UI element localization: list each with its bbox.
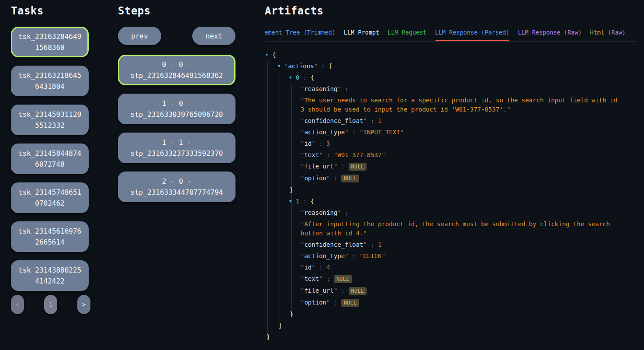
json-punctuation: { — [272, 51, 276, 58]
json-punctuation: } — [290, 186, 293, 193]
tab-llm-response-parsed[interactable]: LLM Response (Parsed) — [435, 28, 510, 41]
step-item[interactable]: 1 - 1 - stp_231633237333592370 — [118, 133, 235, 163]
tab-label-part: Html — [590, 29, 605, 36]
json-key: id — [304, 140, 312, 147]
current-page-button[interactable]: 1 — [44, 295, 57, 314]
prev-page-button[interactable]: < — [11, 295, 24, 314]
json-line: ▼0 : { — [265, 73, 637, 82]
json-line: "option" : NULL — [265, 174, 637, 183]
json-key: file_url — [304, 163, 333, 170]
json-line: "After inputting the product id, the sea… — [265, 220, 621, 238]
task-item[interactable]: tsk_231456169762665614 — [11, 221, 89, 252]
json-punctuation: { — [311, 198, 314, 205]
json-line: "confidence_float" : 1 — [265, 240, 637, 249]
json-line: "option" : NULL — [265, 298, 637, 308]
next-step-button[interactable]: next — [192, 27, 235, 45]
tab-llm-prompt[interactable]: LLM Prompt — [344, 28, 379, 41]
json-line: ▼1 : { — [265, 197, 637, 206]
json-punctuation: { — [311, 74, 314, 81]
json-key: option — [304, 299, 326, 306]
json-line: "id" : 3 — [265, 139, 637, 148]
json-number-value: 1 — [378, 117, 381, 124]
json-line: "text" : NULL — [265, 274, 637, 284]
steps-panel: Steps prev next 0 - 0 - stp_231632846491… — [118, 0, 235, 350]
task-item[interactable]: tsk_231459311205512332 — [11, 105, 89, 135]
json-line: ▼"actions" : [ — [265, 62, 637, 71]
json-line: } — [265, 332, 637, 342]
json-string-value: INPUT_TEXT — [363, 129, 400, 136]
null-badge: NULL — [341, 299, 360, 307]
tasks-panel: Tasks tsk_231632846491568360tsk_23163218… — [11, 0, 89, 350]
artifacts-title: Artifacts — [265, 4, 637, 18]
json-string-value: W01-377-8537 — [337, 151, 381, 158]
json-line: "file_url" : NULL — [265, 162, 637, 172]
null-badge: NULL — [334, 275, 352, 283]
next-page-button[interactable]: > — [77, 295, 90, 314]
steps-title: Steps — [118, 4, 235, 18]
json-key: confidence_float — [304, 241, 363, 248]
json-number-value: 4 — [326, 264, 330, 271]
task-item[interactable]: tsk_231632186456431804 — [11, 66, 89, 96]
step-item[interactable]: 2 - 0 - stp_231633344707774794 — [118, 172, 235, 202]
json-line: "confidence_float" : 1 — [265, 116, 637, 126]
json-key: action_type — [304, 252, 345, 259]
json-line: "id" : 4 — [265, 263, 637, 272]
json-line: "text" : "W01-377-8537" — [265, 150, 637, 160]
step-item[interactable]: 1 - 0 - stp_231633039765096720 — [118, 94, 235, 124]
json-line: "reasoning" : — [265, 84, 637, 94]
artifacts-panel: Artifacts Element Tree (Trimmed)LLM Prom… — [265, 0, 637, 350]
json-key: option — [304, 175, 326, 182]
tasks-pagination: < 1 > — [11, 295, 90, 314]
json-key: text — [304, 275, 319, 282]
json-key: confidence_float — [304, 117, 363, 124]
null-badge: NULL — [349, 163, 367, 171]
json-line: "action_type" : "CLICK" — [265, 252, 637, 261]
step-navigation: prev next — [118, 27, 235, 45]
json-number-value: 3 — [326, 140, 330, 147]
json-line: } — [265, 310, 637, 319]
json-punctuation: [ — [329, 63, 332, 70]
task-item[interactable]: tsk_231457486510702462 — [11, 182, 89, 213]
json-line: "file_url" : NULL — [265, 286, 637, 296]
artifacts-tab-bar: Element Tree (Trimmed)LLM PromptLLM Requ… — [265, 28, 637, 42]
tab-llm-response-raw[interactable]: LLM Response (Raw) — [518, 28, 582, 41]
tab-llm-request[interactable]: LLM Request — [388, 28, 426, 41]
json-punctuation: } — [290, 311, 293, 318]
tab-element-tree-trimmed[interactable]: Element Tree (Trimmed) — [265, 28, 336, 41]
json-line: } — [265, 186, 637, 195]
json-key: text — [304, 151, 319, 158]
task-item[interactable]: tsk_231438802254142422 — [11, 260, 89, 291]
null-badge: NULL — [349, 287, 367, 295]
collapse-toggle-icon[interactable]: ▼ — [278, 62, 284, 71]
json-key: action_type — [304, 129, 345, 136]
json-line: "The user needs to search for a specific… — [265, 96, 621, 114]
json-key: id — [304, 264, 312, 271]
collapse-toggle-icon[interactable]: ▼ — [289, 197, 296, 206]
tasks-title: Tasks — [11, 4, 89, 18]
task-item[interactable]: tsk_231632846491568360 — [11, 27, 89, 57]
json-punctuation: ] — [278, 322, 282, 329]
null-badge: NULL — [341, 175, 360, 182]
json-string-value: The user needs to search for a specific … — [301, 97, 621, 113]
collapse-toggle-icon[interactable]: ▼ — [266, 50, 272, 60]
json-key: file_url — [304, 287, 333, 294]
step-list: 0 - 0 - stp_2316328464915683621 - 0 - st… — [118, 55, 235, 202]
step-item[interactable]: 0 - 0 - stp_231632846491568362 — [118, 55, 235, 85]
collapse-toggle-icon[interactable]: ▼ — [289, 73, 296, 82]
tab-label-part: (Raw) — [604, 29, 626, 36]
json-line: ] — [265, 321, 637, 330]
json-string-value: After inputting the product id, the sear… — [301, 220, 613, 237]
json-punctuation: } — [267, 333, 270, 340]
json-key: actions — [288, 63, 314, 70]
json-number-value: 1 — [378, 241, 381, 248]
json-string-value: CLICK — [363, 252, 381, 259]
json-line: ▼{ — [265, 50, 637, 60]
json-line: "reasoning" : — [265, 208, 637, 217]
task-item[interactable]: tsk_231458448746072748 — [11, 144, 89, 174]
prev-step-button[interactable]: prev — [118, 27, 161, 45]
task-list: tsk_231632846491568360tsk_23163218645643… — [11, 27, 89, 291]
tab-html-raw[interactable]: Html (Raw) — [590, 28, 626, 41]
json-line: "action_type" : "INPUT_TEXT" — [265, 128, 637, 137]
json-tree-viewer: ▼{▼"actions" : [▼0 : {"reasoning" :"The … — [265, 50, 637, 342]
json-key: reasoning — [304, 85, 337, 92]
